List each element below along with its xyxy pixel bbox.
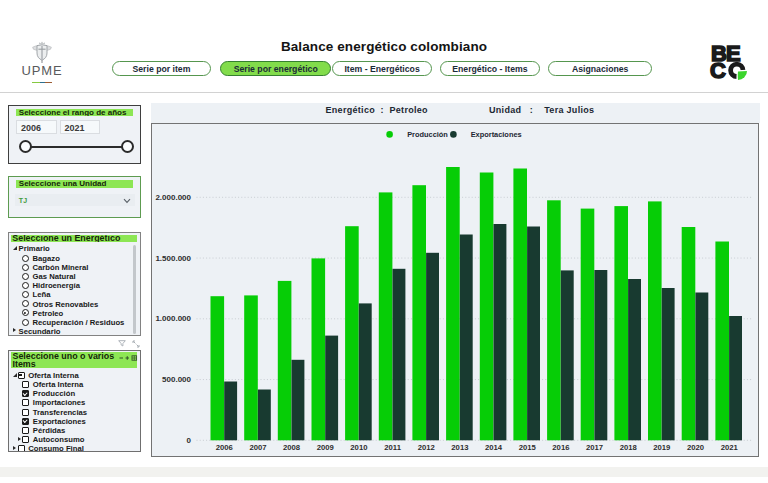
- svg-text:2009: 2009: [317, 443, 334, 452]
- svg-text:2015: 2015: [519, 443, 537, 452]
- svg-text:1.000.000: 1.000.000: [155, 314, 191, 323]
- svg-text:2016: 2016: [552, 443, 569, 452]
- svg-text:2012: 2012: [418, 443, 435, 452]
- svg-text:2017: 2017: [586, 443, 603, 452]
- svg-text:2011: 2011: [384, 443, 401, 452]
- svg-text:2014: 2014: [485, 443, 503, 452]
- svg-text:Exportaciones: Exportaciones: [471, 130, 522, 139]
- svg-text:2013: 2013: [451, 443, 468, 452]
- svg-text:C: C: [710, 58, 726, 82]
- svg-text:2019: 2019: [653, 443, 670, 452]
- svg-text:2021: 2021: [721, 443, 739, 452]
- svg-text:0: 0: [187, 436, 192, 445]
- svg-text:2.000.000: 2.000.000: [155, 193, 191, 202]
- svg-text:2007: 2007: [249, 443, 266, 452]
- svg-text:2018: 2018: [620, 443, 638, 452]
- svg-text:2010: 2010: [350, 443, 367, 452]
- svg-text:Producción: Producción: [407, 130, 448, 139]
- svg-text:1.500.000: 1.500.000: [155, 254, 191, 263]
- svg-text:500.000: 500.000: [162, 375, 191, 384]
- svg-text:2008: 2008: [283, 443, 301, 452]
- svg-text:2006: 2006: [216, 443, 233, 452]
- svg-text:2020: 2020: [687, 443, 704, 452]
